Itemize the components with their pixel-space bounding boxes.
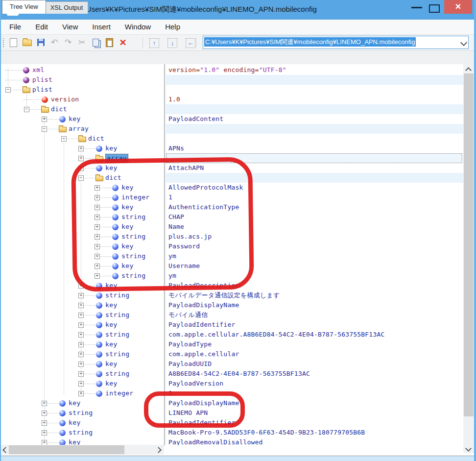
- node-value-row-29[interactable]: PayloadType: [166, 340, 463, 349]
- tree-node-version-row-4[interactable]: version: [1, 95, 164, 104]
- menu-item-window[interactable]: Window: [119, 20, 157, 31]
- tree-node-label[interactable]: array: [69, 125, 89, 133]
- copy-button[interactable]: [89, 37, 102, 49]
- tree-node-string-row-28[interactable]: +string: [1, 330, 164, 340]
- node-value-row-7[interactable]: [166, 124, 463, 134]
- tab-tree-view[interactable]: Tree View: [2, 0, 46, 14]
- tree-node-label[interactable]: key: [105, 360, 118, 368]
- tree-node-label[interactable]: dict: [88, 135, 104, 143]
- node-value-row-9[interactable]: APNs: [166, 144, 463, 153]
- tree-node-label[interactable]: string: [105, 370, 129, 378]
- node-value-row-26[interactable]: モバイル通信: [166, 310, 463, 320]
- node-value-row-32[interactable]: A8B6ED84-54C2-4E04-B787-563755BF13AC: [166, 369, 463, 379]
- cut-button[interactable]: ✂: [75, 37, 88, 49]
- node-value-row-6[interactable]: PayloadContent: [166, 114, 463, 124]
- tree-node-label[interactable]: key: [69, 399, 81, 407]
- tree-node-label[interactable]: string: [105, 331, 129, 339]
- tree-node-label[interactable]: string: [105, 350, 129, 358]
- minimize-button[interactable]: [411, 7, 422, 8]
- scroll-up-icon[interactable]: [465, 67, 472, 73]
- toolbar-grip[interactable]: [3, 38, 5, 47]
- tab-xsl-output[interactable]: XSL Output: [45, 1, 88, 14]
- move-node-down-button[interactable]: ↓: [166, 37, 179, 49]
- tree-node-label[interactable]: plist: [32, 76, 52, 84]
- new-document-button[interactable]: [7, 37, 20, 49]
- file-path-combobox[interactable]: C:¥Users¥K¥Pictures¥SIM関連¥mobileconfig¥L…: [203, 36, 469, 49]
- tree-node-label[interactable]: version: [51, 96, 79, 103]
- tree-node-plist-row-3[interactable]: −plist: [1, 85, 164, 95]
- vertical-scrollbar[interactable]: [463, 64, 474, 453]
- tree-node-label[interactable]: key: [105, 145, 118, 152]
- node-value-row-3[interactable]: [166, 85, 463, 95]
- close-button[interactable]: ✕: [444, 0, 472, 14]
- tree-node-array-row-7[interactable]: −array: [1, 124, 164, 134]
- node-value-row-27[interactable]: PayloadIdentifier: [166, 320, 463, 330]
- tree-node-label[interactable]: string: [69, 409, 93, 417]
- tree-node-key-row-31[interactable]: +key: [1, 359, 164, 369]
- tree-node-label[interactable]: string: [105, 311, 129, 319]
- move-node-up-button[interactable]: ↑: [148, 37, 161, 49]
- vertical-scrollbar-thumb[interactable]: [464, 73, 474, 416]
- node-value-row-2[interactable]: [166, 75, 463, 85]
- tree-node-label[interactable]: key: [69, 419, 81, 427]
- tree-node-string-row-36[interactable]: +string: [1, 408, 164, 418]
- horizontal-scrollbar-thumb[interactable]: [9, 445, 124, 454]
- tree-node-label[interactable]: dict: [51, 105, 67, 113]
- node-value-row-8[interactable]: [166, 134, 463, 144]
- node-value-row-5[interactable]: [166, 104, 463, 114]
- tree-node-string-row-24[interactable]: +string: [1, 291, 164, 300]
- tree-node-key-row-39[interactable]: +key: [1, 437, 164, 445]
- move-node-left-button[interactable]: ←: [184, 37, 197, 49]
- menu-item-file[interactable]: File: [3, 20, 27, 31]
- undo-button[interactable]: ↶: [48, 37, 61, 49]
- tree-node-string-row-32[interactable]: +string: [1, 369, 164, 379]
- tree-node-key-row-27[interactable]: +key: [1, 320, 164, 330]
- tree-node-key-row-25[interactable]: +key: [1, 300, 164, 310]
- tree-node-key-row-29[interactable]: +key: [1, 340, 164, 349]
- menu-item-edit[interactable]: Edit: [29, 20, 54, 31]
- paste-button[interactable]: [103, 37, 116, 49]
- tree-node-integer-row-34[interactable]: +integer: [1, 388, 164, 398]
- tree-node-label[interactable]: key: [105, 301, 118, 309]
- node-value-row-4[interactable]: 1.0: [166, 95, 463, 104]
- node-value-row-28[interactable]: com.apple.cellular.A8B6ED84-54C2-4E04-B7…: [166, 330, 463, 340]
- delete-button[interactable]: ✕: [117, 37, 129, 49]
- tree-node-dict-row-8[interactable]: −dict: [1, 134, 164, 144]
- scroll-down-icon[interactable]: [465, 445, 472, 452]
- tree-node-key-row-6[interactable]: +key: [1, 114, 164, 124]
- tree-node-label[interactable]: plist: [32, 86, 52, 94]
- redo-button[interactable]: ↷: [62, 37, 74, 49]
- node-value-row-25[interactable]: PayloadDisplayName: [166, 300, 463, 310]
- tree-node-key-row-37[interactable]: +key: [1, 418, 164, 428]
- menu-item-help[interactable]: Help: [159, 20, 186, 31]
- node-value-row-31[interactable]: PayloadUUID: [166, 359, 463, 369]
- tree-node-label[interactable]: key: [69, 115, 81, 123]
- save-file-button[interactable]: [34, 37, 47, 49]
- tree-node-string-row-30[interactable]: +string: [1, 349, 164, 359]
- menu-item-insert[interactable]: Insert: [86, 20, 117, 31]
- tree-node-key-row-35[interactable]: +key: [1, 398, 164, 408]
- horizontal-scrollbar[interactable]: [1, 445, 164, 455]
- tree-node-label[interactable]: key: [105, 321, 118, 329]
- node-value-row-1[interactable]: version="1.0" encoding="UTF-8": [166, 65, 463, 75]
- tree-node-plist-row-2[interactable]: plist: [1, 75, 164, 85]
- node-value-row-38[interactable]: MacBook-Pro-9.5ADD53F0-6F63-454D-9B23-18…: [166, 428, 463, 437]
- open-file-button[interactable]: [21, 37, 33, 49]
- scroll-left-icon[interactable]: [2, 447, 9, 453]
- tree-node-label[interactable]: xml: [32, 66, 45, 74]
- expand-toggle-icon[interactable]: +: [78, 391, 84, 396]
- node-value-row-33[interactable]: PayloadVersion: [166, 379, 463, 388]
- tree-node-label[interactable]: string: [69, 429, 93, 437]
- menu-item-view[interactable]: View: [56, 20, 84, 31]
- node-value-row-24[interactable]: モバイルデータ通信設定を構成します: [166, 291, 463, 300]
- node-value-row-30[interactable]: com.apple.cellular: [166, 349, 463, 359]
- tree-node-xml-row-1[interactable]: xml: [1, 65, 164, 75]
- tree-node-key-row-33[interactable]: +key: [1, 379, 164, 388]
- scroll-right-icon[interactable]: [155, 447, 162, 453]
- chevron-down-icon[interactable]: [460, 39, 467, 46]
- maximize-button[interactable]: [429, 4, 440, 13]
- tree-node-string-row-26[interactable]: +string: [1, 310, 164, 320]
- tree-node-dict-row-5[interactable]: −dict: [1, 104, 164, 114]
- tree-node-label[interactable]: integer: [105, 389, 134, 397]
- node-value-row-39[interactable]: PayloadRemovalDisallowed: [166, 437, 463, 445]
